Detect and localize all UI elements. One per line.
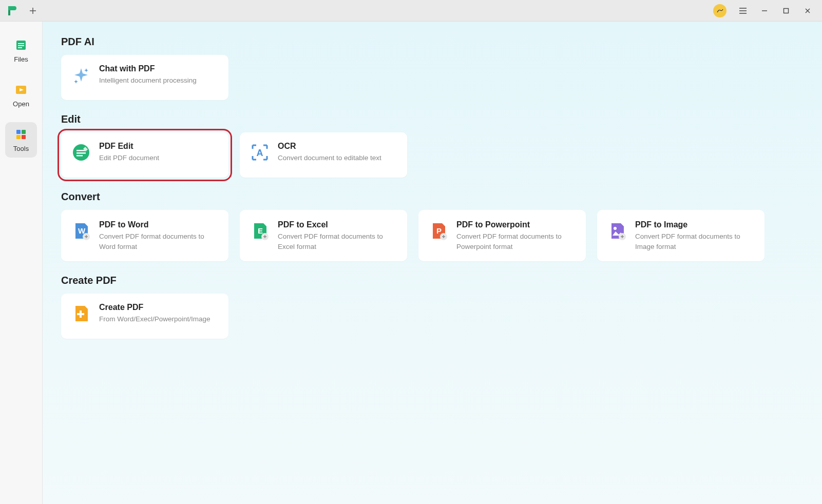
tool-desc: Convert PDF format documents to Excel fo… xyxy=(278,231,397,251)
tool-title: PDF Edit xyxy=(99,142,218,151)
sidebar: Files Open Tools xyxy=(0,22,43,504)
tool-desc: Edit PDF document xyxy=(99,153,218,163)
titlebar-right xyxy=(713,3,818,19)
tool-pdf-to-powerpoint[interactable]: P PDF to Powerpoint Convert PDF format d… xyxy=(418,210,586,261)
tool-text: PDF to Word Convert PDF format documents… xyxy=(99,220,218,251)
svg-rect-4 xyxy=(18,47,22,48)
tool-chat-with-pdf[interactable]: Chat with PDF Intelligent document proce… xyxy=(61,55,228,100)
tools-icon xyxy=(14,127,28,142)
section-title-pdf-ai: PDF AI xyxy=(61,36,804,48)
minimize-button[interactable] xyxy=(754,3,775,19)
section-edit: Edit PDF Edit Edit PDF document xyxy=(61,113,804,178)
tool-text: Create PDF From Word/Execl/Powerpoint/Im… xyxy=(99,303,218,324)
svg-rect-11 xyxy=(77,150,86,151)
tool-pdf-to-excel[interactable]: E PDF to Excel Convert PDF format docume… xyxy=(240,210,407,261)
tool-title: PDF to Image xyxy=(635,220,754,229)
section-title-convert: Convert xyxy=(61,191,804,203)
tool-desc: Convert PDF format documents to Word for… xyxy=(99,231,218,251)
files-icon xyxy=(14,38,28,52)
open-icon xyxy=(14,83,28,97)
tool-desc: Intelligent document processing xyxy=(99,75,218,86)
tool-grid-create: Create PDF From Word/Execl/Powerpoint/Im… xyxy=(61,294,804,339)
titlebar xyxy=(0,0,822,22)
section-title-create: Create PDF xyxy=(61,275,804,286)
tool-text: Chat with PDF Intelligent document proce… xyxy=(99,64,218,86)
titlebar-left xyxy=(4,3,713,19)
sidebar-label-tools: Tools xyxy=(13,145,29,152)
svg-text:A: A xyxy=(257,148,263,158)
section-create: Create PDF Create PDF From Word/Execl/Po… xyxy=(61,275,804,339)
svg-rect-8 xyxy=(16,135,21,139)
tool-title: Create PDF xyxy=(99,303,218,312)
section-pdf-ai: PDF AI Chat with PDF Intelligent documen… xyxy=(61,36,804,100)
tool-ocr[interactable]: A OCR Convert document to editable text xyxy=(240,132,407,178)
tool-desc: Convert PDF format documents to Powerpoi… xyxy=(456,231,576,251)
tool-title: PDF to Powerpoint xyxy=(456,220,576,229)
svg-rect-2 xyxy=(18,43,24,44)
tool-title: PDF to Word xyxy=(99,220,218,229)
maximize-button[interactable] xyxy=(776,3,796,19)
svg-text:E: E xyxy=(258,226,263,235)
profile-icon[interactable] xyxy=(713,4,727,17)
image-icon xyxy=(607,221,627,241)
svg-rect-6 xyxy=(16,130,21,134)
tool-text: PDF Edit Edit PDF document xyxy=(99,142,218,163)
tool-pdf-edit[interactable]: PDF Edit Edit PDF document xyxy=(61,132,228,178)
svg-rect-3 xyxy=(18,45,24,46)
sidebar-item-files[interactable]: Files xyxy=(5,33,37,68)
svg-rect-24 xyxy=(77,313,84,315)
ocr-icon: A xyxy=(250,143,270,162)
create-pdf-icon xyxy=(71,304,91,323)
svg-point-21 xyxy=(614,227,617,230)
tool-text: PDF to Image Convert PDF format document… xyxy=(635,220,754,251)
tool-create-pdf[interactable]: Create PDF From Word/Execl/Powerpoint/Im… xyxy=(61,294,228,339)
svg-rect-12 xyxy=(77,152,86,154)
tool-title: OCR xyxy=(278,142,397,151)
svg-text:P: P xyxy=(436,226,442,235)
excel-icon: E xyxy=(250,221,270,241)
tool-desc: From Word/Execl/Powerpoint/Image xyxy=(99,314,218,324)
tool-grid-pdf-ai: Chat with PDF Intelligent document proce… xyxy=(61,55,804,100)
sidebar-item-open[interactable]: Open xyxy=(5,77,37,113)
tool-title: Chat with PDF xyxy=(99,64,218,73)
svg-rect-0 xyxy=(784,8,789,13)
svg-rect-9 xyxy=(22,135,26,139)
content-area: PDF AI Chat with PDF Intelligent documen… xyxy=(43,22,822,504)
tool-text: PDF to Powerpoint Convert PDF format doc… xyxy=(456,220,576,251)
word-icon: W xyxy=(71,221,91,241)
powerpoint-icon: P xyxy=(429,221,448,241)
tool-text: PDF to Excel Convert PDF format document… xyxy=(278,220,397,251)
section-title-edit: Edit xyxy=(61,113,804,125)
app-logo-icon[interactable] xyxy=(4,3,20,18)
sidebar-item-tools[interactable]: Tools xyxy=(5,122,37,158)
tool-title: PDF to Excel xyxy=(278,220,397,229)
tool-grid-convert: W PDF to Word Convert PDF format documen… xyxy=(61,210,804,261)
tool-grid-edit: PDF Edit Edit PDF document A xyxy=(61,132,804,178)
close-button[interactable] xyxy=(797,3,818,19)
svg-rect-13 xyxy=(77,155,83,157)
main-wrap: Files Open Tools PDF AI xyxy=(0,22,822,504)
tool-desc: Convert PDF format documents to Image fo… xyxy=(635,231,754,251)
pdf-edit-icon xyxy=(71,143,91,162)
sidebar-label-open: Open xyxy=(13,100,29,108)
section-convert: Convert W PDF to Word Convert PDF format… xyxy=(61,191,804,261)
new-tab-button[interactable] xyxy=(25,3,41,19)
svg-rect-7 xyxy=(22,130,26,134)
sparkle-icon xyxy=(71,65,91,85)
tool-pdf-to-word[interactable]: W PDF to Word Convert PDF format documen… xyxy=(61,210,228,261)
tool-pdf-to-image[interactable]: PDF to Image Convert PDF format document… xyxy=(597,210,764,261)
tool-desc: Convert document to editable text xyxy=(278,153,397,163)
hamburger-menu-icon[interactable] xyxy=(733,3,753,19)
tool-text: OCR Convert document to editable text xyxy=(278,142,397,163)
sidebar-label-files: Files xyxy=(14,55,28,63)
